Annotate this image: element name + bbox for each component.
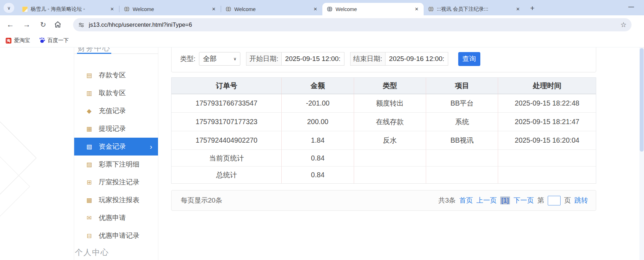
sidebar-item-label: 充值记录 [99, 106, 126, 116]
lottery-list-icon: ▨ [85, 161, 93, 168]
tab-forum[interactable]: 杨雪儿 - 海燕策略论坛 - ✕ [18, 3, 119, 15]
jump-prefix-label: 第 [537, 196, 544, 205]
sidebar-item-deposit-zone[interactable]: ▤ 存款专区 [74, 66, 158, 84]
prev-page-link[interactable]: 上一页 [476, 196, 497, 205]
tab-title: Welcome [133, 6, 208, 12]
chevron-down-icon: ∨ [233, 56, 236, 61]
first-page-link[interactable]: 首页 [459, 196, 473, 205]
sidebar-item-label: 彩票下注明细 [99, 160, 139, 169]
sidebar-item-promo-apply[interactable]: ✉ 优惠申请 [74, 209, 158, 227]
promo-envelope-icon: ✉ [85, 214, 93, 222]
table-row: 1757931707177323 200.00 在线存款 系统 2025-09-… [172, 113, 596, 131]
jump-button[interactable]: 跳转 [574, 196, 588, 205]
bookmark-star-icon[interactable]: ☆ [620, 21, 627, 29]
url-text[interactable]: js13.cc/hhcp/usercenter.html?iniType=6 [89, 21, 620, 28]
end-date-input[interactable] [385, 52, 448, 66]
back-icon[interactable]: ← [4, 19, 16, 31]
start-date-label: 开始日期: [246, 52, 281, 66]
cell-order-no: 1757931707177323 [172, 113, 282, 131]
globe-icon [327, 6, 333, 12]
deposit-card-icon: ▤ [85, 72, 93, 79]
cell-type: 额度转出 [354, 94, 426, 113]
start-date-input[interactable] [282, 52, 344, 66]
promo-list-icon: ⊟ [85, 232, 93, 240]
window-minimize-button[interactable]: — [628, 4, 634, 10]
tab-welcome-1[interactable]: Welcome ✕ [119, 3, 221, 15]
main-content: 类型: 全部 ∨ 开始日期: 结束日期: 查询 订单号 [171, 47, 596, 260]
bookmark-label: 爱淘宝 [14, 37, 30, 44]
close-icon[interactable]: ✕ [413, 6, 420, 12]
sidebar-item-player-bet-report[interactable]: ▩ 玩家投注报表 [74, 191, 158, 209]
column-header-time: 处理时间 [498, 78, 596, 94]
sidebar-item-funds-records[interactable]: ▧ 资金记录 › [74, 138, 158, 156]
sidebar-item-recharge-records[interactable]: ◆ 充值记录 [74, 102, 158, 120]
sidebar-item-withdraw-zone[interactable]: ▥ 取款专区 [74, 84, 158, 102]
new-tab-button[interactable]: + [527, 3, 538, 14]
page-scrollbar[interactable] [639, 47, 644, 260]
chevron-down-icon: ∨ [7, 5, 11, 11]
cell-amount: -201.00 [282, 94, 354, 113]
tab-welcome-2[interactable]: Welcome ✕ [221, 3, 322, 15]
type-select-value: 全部 [203, 54, 216, 63]
sidebar-section-personal: 个人中心 [75, 247, 109, 258]
sidebar-item-label: 存款专区 [99, 71, 126, 80]
column-header-amount: 金额 [282, 78, 354, 94]
close-icon[interactable]: ✕ [515, 6, 521, 12]
reload-icon[interactable]: ↻ [37, 19, 49, 31]
column-header-order-no: 订单号 [172, 78, 282, 94]
globe-icon [428, 6, 434, 12]
table-header-row: 订单号 金额 类型 项目 处理时间 [172, 78, 596, 94]
money-bag-icon: ◆ [85, 107, 93, 115]
cell-order-no: 1757924404902270 [172, 131, 282, 150]
jump-page-input[interactable] [548, 196, 561, 205]
cell-project: BB视讯 [426, 131, 498, 150]
search-button[interactable]: 查询 [458, 52, 480, 66]
tabs-row: 杨雪儿 - 海燕策略论坛 - ✕ Welcome ✕ Welcome ✕ Wel… [18, 0, 538, 15]
pagination-controls: 共3条 首页 上一页 [1] 下一页 第 页 跳转 [438, 196, 588, 205]
sidebar: 财务中心 ▤ 存款专区 ▥ 取款专区 ◆ 充值记录 ▦ 提现记录 [74, 47, 158, 260]
tab-title: :::视讯 会员下注纪录::: [437, 6, 512, 12]
close-icon[interactable]: ✕ [210, 6, 217, 12]
close-icon[interactable]: ✕ [312, 6, 319, 12]
cell-label: 当前页统计 [172, 150, 282, 167]
bookmark-label: 百度一下 [47, 37, 69, 44]
webpage-content: 财务中心 ▤ 存款专区 ▥ 取款专区 ◆ 充值记录 ▦ 提现记录 [0, 47, 644, 260]
tab-bet-records[interactable]: :::视讯 会员下注纪录::: ✕ [424, 3, 525, 15]
close-icon[interactable]: ✕ [109, 6, 116, 12]
sidebar-section-finance: 财务中心 [78, 47, 111, 53]
sidebar-item-label: 提现记录 [99, 124, 126, 133]
next-page-link[interactable]: 下一页 [513, 196, 534, 205]
taobao-icon: 淘 [6, 38, 11, 44]
site-settings-icon[interactable] [78, 22, 85, 28]
pagination-bar: 每页显示20条 共3条 首页 上一页 [1] 下一页 第 页 跳转 [171, 190, 596, 211]
end-date-label: 结束日期: [350, 52, 385, 66]
sidebar-item-withdrawal-records[interactable]: ▦ 提现记录 [74, 120, 158, 138]
tab-title: Welcome [234, 6, 309, 12]
browser-toolbar: ← → ↻ js13.cc/hhcp/usercenter.html?iniTy… [0, 15, 644, 34]
sidebar-item-lottery-bet-details[interactable]: ▨ 彩票下注明细 [74, 156, 158, 173]
withdraw-hand-icon: ▥ [85, 90, 93, 97]
tab-welcome-active[interactable]: Welcome ✕ [322, 3, 424, 15]
sidebar-menu: ▤ 存款专区 ▥ 取款专区 ◆ 充值记录 ▦ 提现记录 ▧ 资金记录 [74, 66, 158, 245]
filter-bar: 类型: 全部 ∨ 开始日期: 结束日期: 查询 [171, 47, 596, 72]
cell-type: 在线存款 [354, 113, 426, 131]
forward-icon[interactable]: → [21, 19, 33, 31]
cell-type: 反水 [354, 131, 426, 150]
url-bar[interactable]: js13.cc/hhcp/usercenter.html?iniType=6 ☆ [73, 18, 632, 31]
cell-amount: 0.84 [282, 167, 354, 183]
sidebar-item-hall-bet-records[interactable]: ⊞ 厅室投注记录 [74, 173, 158, 191]
home-icon[interactable] [53, 19, 62, 31]
cell-empty [498, 150, 596, 167]
sidebar-item-promo-apply-records[interactable]: ⊟ 优惠申请记录 [74, 227, 158, 245]
bookmark-baidu[interactable]: 百度一下 [39, 37, 69, 44]
cell-empty [498, 167, 596, 183]
cell-empty [426, 150, 498, 167]
type-select[interactable]: 全部 ∨ [199, 52, 240, 66]
tab-search-button[interactable]: ∨ [4, 3, 14, 13]
cell-amount: 0.84 [282, 150, 354, 167]
table-row-page-total: 当前页统计 0.84 [172, 150, 596, 167]
scrollbar-thumb[interactable] [640, 48, 644, 152]
bookmark-taobao[interactable]: 淘 爱淘宝 [6, 37, 30, 44]
cell-time: 2025-09-15 18:22:48 [498, 94, 596, 113]
sidebar-item-label: 玩家投注报表 [99, 195, 139, 205]
